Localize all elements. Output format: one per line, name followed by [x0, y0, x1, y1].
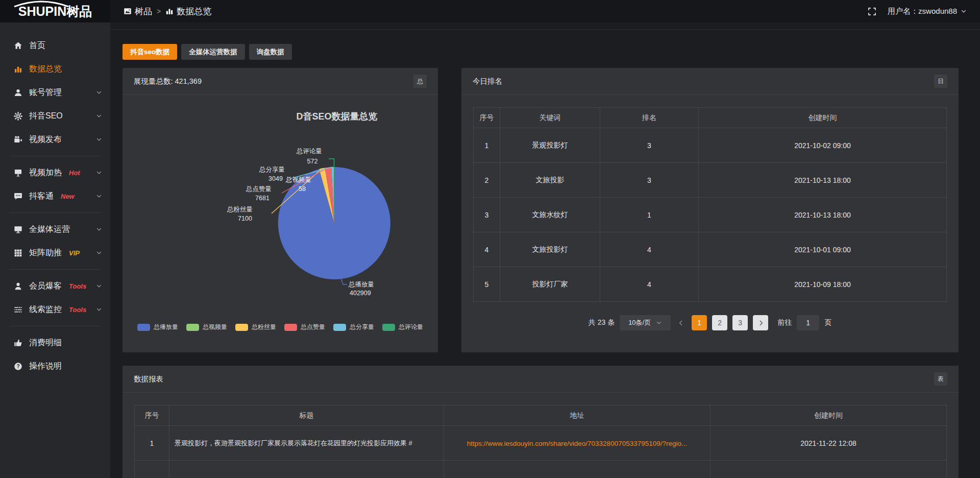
- sidebar-item-label: 抖客通: [29, 191, 54, 202]
- sidebar-item-2[interactable]: 数据总览: [0, 57, 110, 81]
- table-cell: 2021-10-09 18:00: [699, 267, 947, 302]
- chevron-down-icon: [96, 250, 102, 256]
- table-badge-button[interactable]: 表: [934, 372, 947, 386]
- legend-item[interactable]: 总播放量: [137, 323, 178, 331]
- goto-page-input[interactable]: [797, 315, 819, 330]
- sidebar-item-4[interactable]: 抖音SEO: [0, 104, 110, 128]
- sidebar-item-badge: Hot: [69, 169, 80, 177]
- legend-label: 总粉丝量: [252, 323, 276, 331]
- sidebar-item-7[interactable]: 抖客通New: [0, 184, 110, 208]
- column-header: 创建时间: [699, 108, 947, 128]
- pie-label-value: 7681: [255, 195, 270, 202]
- page-button-1[interactable]: 1: [692, 315, 707, 330]
- sidebar-item-6[interactable]: 视频加热Hot: [0, 161, 110, 184]
- legend-item[interactable]: 总视频量: [186, 323, 227, 331]
- breadcrumb-separator: >: [157, 7, 161, 15]
- chevron-down-icon: [96, 89, 102, 95]
- table-row: 3文旅水纹灯12021-10-13 18:00: [474, 198, 947, 232]
- grid-icon: [14, 249, 22, 257]
- data-tabs: 抖音seo数据全媒体运营数据询盘数据: [122, 44, 959, 60]
- day-badge-button[interactable]: 日: [934, 75, 947, 88]
- sidebar-item-3[interactable]: 账号管理: [0, 81, 110, 104]
- legend-swatch: [137, 324, 150, 331]
- pie-label-line: [329, 159, 334, 167]
- sidebar: 首页数据总览账号管理抖音SEO视频发布视频加热Hot抖客通New全媒体运营矩阵助…: [0, 22, 110, 478]
- sidebar-item-label: 账号管理: [29, 87, 62, 98]
- ranking-panel: 今日排名 日 序号关键词排名创建时间 1景观投影灯32021-10-02 09:…: [461, 68, 959, 352]
- breadcrumb-root[interactable]: 树品: [124, 6, 152, 17]
- sidebar-item-label: 抖音SEO: [29, 111, 63, 122]
- pie-label-name: 总视频量: [285, 176, 311, 183]
- pie-label-name: 总粉丝量: [227, 206, 253, 213]
- sidebar-item-badge: Tools: [69, 306, 86, 314]
- legend-label: 总点赞量: [301, 323, 325, 331]
- total-badge-button[interactable]: 总: [413, 75, 427, 88]
- legend-swatch: [235, 324, 248, 331]
- ranking-table: 序号关键词排名创建时间 1景观投影灯32021-10-02 09:002文旅投影…: [473, 107, 947, 302]
- table-cell: 3: [600, 128, 699, 163]
- fullscreen-icon[interactable]: [868, 7, 876, 16]
- prev-page-button[interactable]: [676, 320, 687, 326]
- video-link[interactable]: https://www.iesdouyin.com/share/video/70…: [467, 440, 688, 447]
- sidebar-item-12[interactable]: 消费明细: [0, 331, 110, 354]
- legend-label: 总分享量: [350, 323, 374, 331]
- sidebar-item-5[interactable]: 视频发布: [0, 128, 110, 151]
- legend-item[interactable]: 总评论量: [382, 323, 423, 331]
- sidebar-item-1[interactable]: 首页: [0, 34, 110, 57]
- sidebar-item-13[interactable]: ?操作说明: [0, 354, 110, 378]
- table-cell: 2021-10-02 09:00: [699, 128, 947, 163]
- sidebar-item-label: 视频发布: [29, 134, 62, 145]
- chat-icon: [14, 192, 22, 201]
- pie-label-value: 572: [307, 158, 318, 165]
- report-table: 序号标题地址创建时间 1景观投影灯，夜游景观投影灯厂家展示展示落花灯在花园里的灯…: [134, 405, 947, 478]
- bar-chart-icon: [165, 7, 174, 15]
- table-cell: 4: [600, 232, 699, 267]
- table-cell: 2: [474, 163, 500, 198]
- sidebar-item-badge: VIP: [69, 249, 80, 257]
- chart-legend: 总播放量总视频量总粉丝量总点赞量总分享量总评论量: [122, 323, 438, 331]
- sidebar-item-label: 操作说明: [29, 361, 62, 372]
- next-page-button[interactable]: [753, 315, 768, 330]
- tab-3[interactable]: 询盘数据: [249, 44, 292, 60]
- impressions-panel: 展现量总数: 421,369 总 D音SEO数据量总览总播放量402909总视频…: [122, 68, 438, 352]
- chevron-down-icon: [96, 170, 102, 176]
- table-cell: 3: [474, 198, 500, 232]
- person-icon: [14, 282, 22, 291]
- table-cell: 文旅投影: [500, 163, 600, 198]
- header-divider: [110, 22, 980, 30]
- table-cell: 2021-10-13 18:00: [699, 163, 947, 198]
- pie-label-name: 总点赞量: [246, 185, 272, 193]
- tab-1[interactable]: 抖音seo数据: [122, 44, 177, 60]
- monitor-icon: [14, 225, 22, 234]
- tab-2[interactable]: 全媒体运营数据: [181, 44, 245, 60]
- table-cell: 1: [600, 198, 699, 232]
- page-button-3[interactable]: 3: [732, 315, 748, 330]
- sidebar-divider: [9, 156, 101, 156]
- legend-item[interactable]: 总粉丝量: [235, 323, 276, 331]
- legend-item[interactable]: 总点赞量: [284, 323, 325, 331]
- impressions-total-label: 展现量总数: 421,369: [134, 77, 202, 86]
- pie-label-name: 总播放量: [348, 281, 374, 288]
- user-icon: [14, 88, 22, 97]
- pie-label-value: 402909: [350, 290, 371, 297]
- page-button-2[interactable]: 2: [712, 315, 727, 330]
- app-logo[interactable]: SHUPIN树品: [0, 0, 110, 22]
- pie-chart: D音SEO数据量总览总播放量402909总视频量58总粉丝量7100总点赞量76…: [122, 95, 438, 322]
- table-cell: 3: [600, 163, 699, 198]
- page-size-select[interactable]: 10条/页: [620, 315, 671, 330]
- legend-item[interactable]: 总分享量: [333, 323, 374, 331]
- table-cell: 1: [474, 128, 500, 163]
- table-row: 4文旅投影灯42021-10-01 09:00: [474, 232, 947, 267]
- sidebar-item-9[interactable]: 矩阵助推VIP: [0, 241, 110, 265]
- table-cell: 2021-10-13 18:00: [699, 198, 947, 232]
- gear-icon: [14, 112, 22, 121]
- column-header: 地址: [444, 405, 710, 426]
- breadcrumb-current[interactable]: 数据总览: [165, 6, 211, 17]
- legend-swatch: [284, 324, 297, 331]
- sidebar-item-8[interactable]: 全媒体运营: [0, 218, 110, 241]
- sidebar-item-11[interactable]: 线索监控Tools: [0, 298, 110, 321]
- user-menu[interactable]: 用户名：zswodun88: [888, 7, 967, 16]
- table-cell: 2021-10-01 09:00: [699, 232, 947, 267]
- sidebar-item-10[interactable]: 会员爆客Tools: [0, 274, 110, 298]
- column-header: 排名: [600, 108, 699, 128]
